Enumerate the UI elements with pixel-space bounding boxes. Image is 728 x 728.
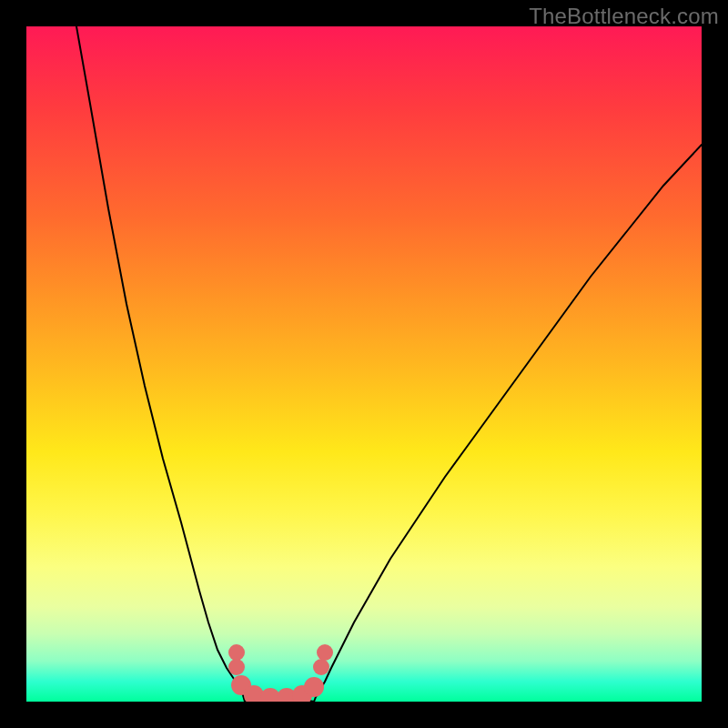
watermark-text: TheBottleneck.com [529, 4, 719, 29]
plot-area [26, 26, 702, 702]
outer-frame: TheBottleneck.com [0, 0, 728, 728]
curve-left-curve [76, 26, 245, 702]
curve-svg [26, 26, 702, 702]
curves-group [76, 26, 702, 702]
marker-dot [228, 644, 245, 661]
marker-dot [304, 677, 324, 697]
marker-dot [313, 659, 329, 675]
curve-right-curve [314, 145, 702, 702]
marker-dot [228, 659, 245, 675]
markers-group [228, 644, 333, 702]
marker-dot [317, 644, 333, 661]
